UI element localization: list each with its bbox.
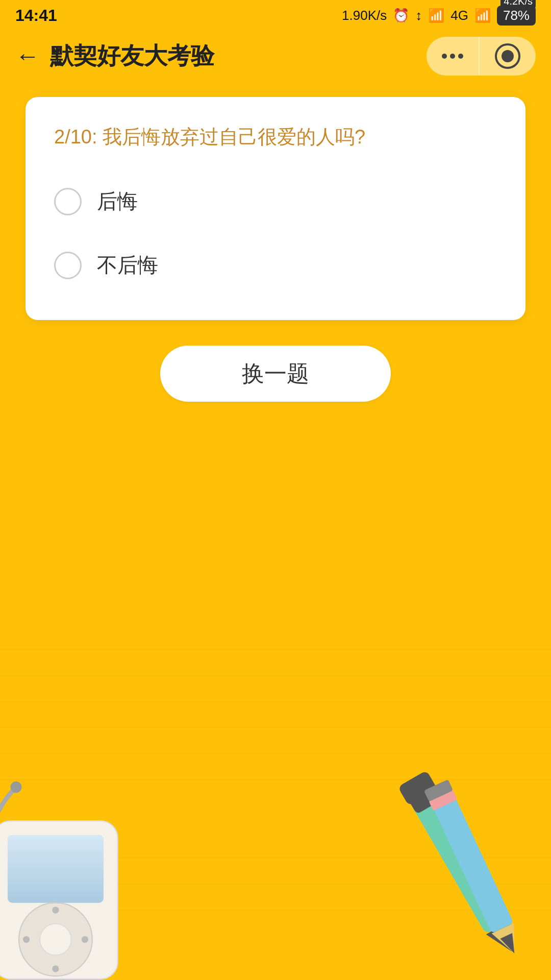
- record-inner: [502, 50, 514, 62]
- option-label-2: 不后悔: [97, 251, 158, 279]
- battery-indicator: 4.2K/s 78%: [497, 6, 536, 26]
- dot3: [458, 54, 463, 59]
- header-actions: [427, 37, 536, 76]
- dot2: [450, 54, 455, 59]
- change-question-button[interactable]: 换一题: [160, 346, 391, 402]
- svg-point-5: [40, 924, 71, 955]
- status-bar: 14:41 1.90K/s ⏰ ↕ 📶 4G 📶 4.2K/s 78%: [0, 0, 551, 31]
- svg-point-8: [52, 965, 59, 972]
- svg-point-6: [52, 906, 59, 913]
- record-button[interactable]: [480, 37, 536, 76]
- signal2-icon: 📶: [474, 8, 491, 23]
- svg-point-7: [82, 936, 88, 943]
- header: ← 默契好友大考验: [0, 31, 551, 82]
- radio-option-1[interactable]: [54, 188, 82, 215]
- battery-percent: 78%: [503, 8, 530, 23]
- pencils-illustration: [378, 740, 551, 980]
- svg-rect-3: [8, 835, 104, 903]
- network-speed: 1.90K/s: [342, 8, 387, 23]
- network-type: 4G: [450, 8, 468, 23]
- radio-option-2[interactable]: [54, 252, 82, 279]
- svg-rect-14: [431, 792, 514, 933]
- record-icon: [495, 43, 520, 69]
- signal-icon: ↕: [415, 8, 422, 23]
- more-button[interactable]: [427, 37, 480, 76]
- status-right-icons: 1.90K/s ⏰ ↕ 📶 4G 📶 4.2K/s 78%: [342, 6, 536, 26]
- music-player-illustration: [0, 776, 143, 980]
- header-left: ← 默契好友大考验: [15, 40, 214, 72]
- question-text: 2/10: 我后悔放弃过自己很爱的人吗?: [54, 122, 497, 152]
- alarm-icon: ⏰: [393, 8, 409, 23]
- svg-point-9: [23, 936, 30, 943]
- main-content: 2/10: 我后悔放弃过自己很爱的人吗? 后悔 不后悔 换一题: [0, 82, 551, 417]
- back-button[interactable]: ←: [15, 44, 40, 68]
- header-right: [427, 37, 536, 76]
- page-title: 默契好友大考验: [50, 40, 214, 72]
- svg-point-0: [11, 781, 22, 793]
- option-item-1[interactable]: 后悔: [54, 177, 497, 226]
- decoration-area: [0, 623, 551, 980]
- change-btn-wrapper: 换一题: [26, 346, 525, 402]
- cellular-icon: 📶: [428, 8, 444, 23]
- question-card: 2/10: 我后悔放弃过自己很爱的人吗? 后悔 不后悔: [26, 97, 525, 320]
- option-label-1: 后悔: [97, 187, 138, 215]
- dot1: [442, 54, 447, 59]
- option-item-2[interactable]: 不后悔: [54, 241, 497, 289]
- battery-badge: 4.2K/s: [500, 0, 536, 8]
- status-time: 14:41: [15, 6, 57, 25]
